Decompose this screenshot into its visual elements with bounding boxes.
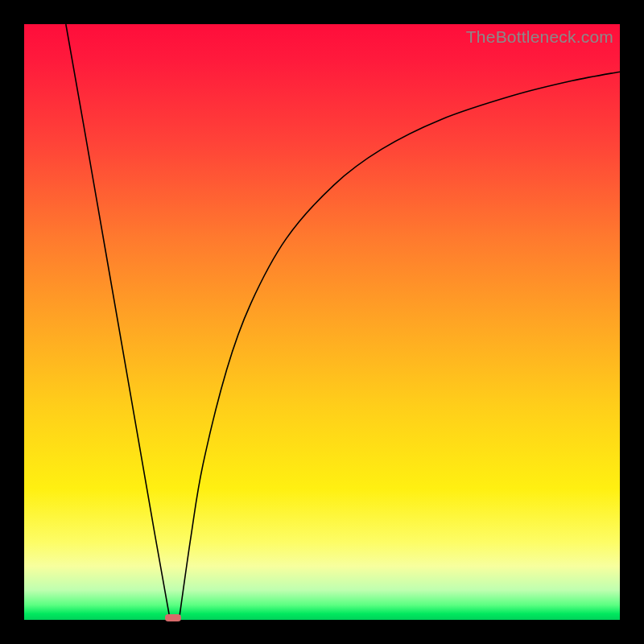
plot-area: TheBottleneck.com	[24, 24, 620, 620]
optimal-point-marker	[165, 614, 181, 621]
curve-left-branch	[66, 24, 171, 620]
chart-frame: TheBottleneck.com	[0, 0, 644, 644]
curve-right-branch	[179, 72, 620, 620]
curve-layer	[24, 24, 620, 620]
